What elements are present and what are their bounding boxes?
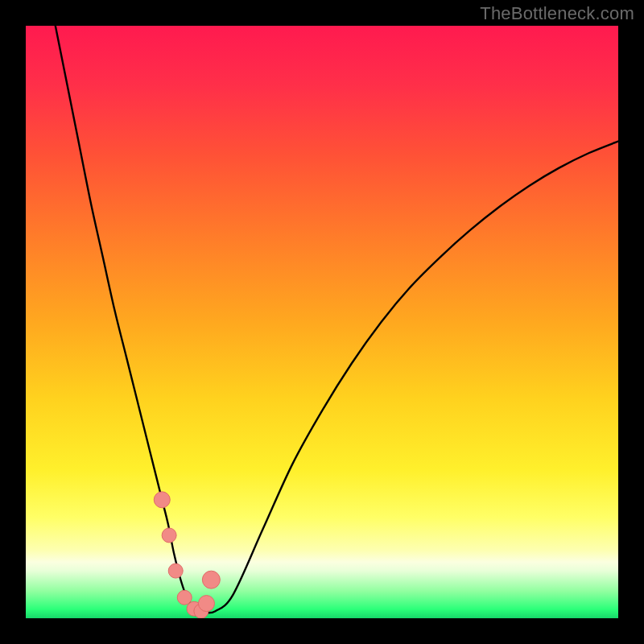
highlight-marker — [202, 571, 220, 588]
highlight-marker — [154, 492, 170, 508]
highlight-marker — [162, 528, 176, 543]
gradient-background — [26, 26, 618, 618]
bottleneck-curve-chart — [26, 26, 618, 618]
highlight-marker — [198, 596, 214, 612]
highlight-marker — [168, 564, 183, 578]
plot-area — [26, 26, 618, 618]
chart-frame: TheBottleneck.com — [0, 0, 644, 644]
watermark-text: TheBottleneck.com — [480, 3, 634, 24]
